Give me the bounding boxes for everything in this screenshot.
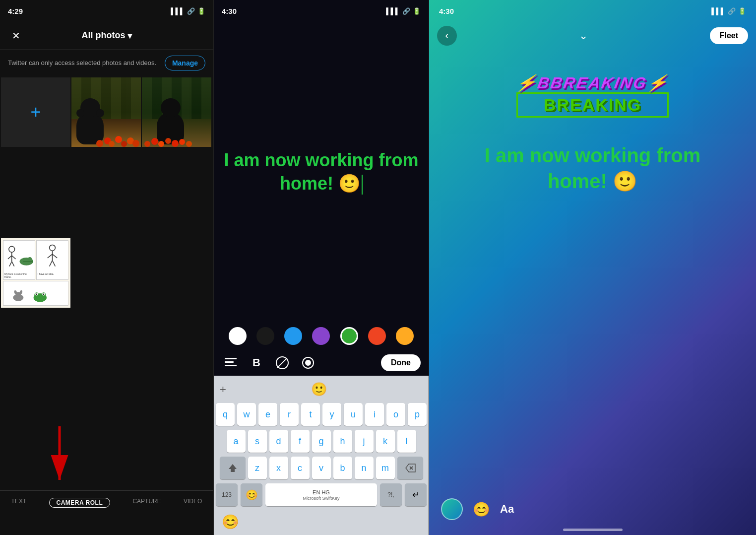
key-t[interactable]: t xyxy=(301,403,320,426)
color-blue[interactable] xyxy=(284,327,302,345)
fleet-button[interactable]: Fleet xyxy=(710,27,748,44)
key-p[interactable]: p xyxy=(408,403,427,426)
key-o[interactable]: o xyxy=(386,403,405,426)
key-e[interactable]: e xyxy=(258,403,277,426)
status-icons-2: ▌▌▌ 🔗 🔋 xyxy=(386,7,421,15)
color-black[interactable] xyxy=(256,327,274,345)
chevron-down-icon[interactable]: ⌄ xyxy=(579,29,588,42)
key-j[interactable]: j xyxy=(355,430,374,453)
key-r[interactable]: r xyxy=(280,403,299,426)
nav-capture[interactable]: CAPTURE xyxy=(132,498,161,505)
svg-line-12 xyxy=(53,254,58,258)
status-icons-1: ▌▌▌ 🔗 🔋 xyxy=(171,7,205,15)
home-indicator xyxy=(563,529,623,531)
svg-line-13 xyxy=(50,261,53,267)
status-bar-2: 4:30 ▌▌▌ 🔗 🔋 xyxy=(214,0,429,22)
key-u[interactable]: u xyxy=(344,403,363,426)
key-f[interactable]: f xyxy=(291,430,310,453)
dropdown-arrow: ▾ xyxy=(127,30,132,41)
color-picker-circle[interactable] xyxy=(441,498,463,520)
align-icon[interactable] xyxy=(222,354,240,372)
svg-marker-35 xyxy=(229,464,237,472)
space-key[interactable]: EN HG Microsoft SwiftKey xyxy=(265,483,377,506)
key-y[interactable]: y xyxy=(322,403,341,426)
kb-plus-icon[interactable]: + xyxy=(220,383,226,396)
kb-emoji-suggestion[interactable]: 🙂 xyxy=(311,382,327,397)
back-button[interactable]: ‹ xyxy=(437,26,457,46)
header-title[interactable]: All photos ▾ xyxy=(82,30,132,41)
nav-camera-roll[interactable]: CAMERA ROLL xyxy=(49,498,111,508)
fleet-preview-text: I am now working from home! 🙂 xyxy=(429,142,756,194)
text-toolbar: B Done xyxy=(214,350,429,376)
circle-icon[interactable] xyxy=(299,354,317,372)
key-v[interactable]: v xyxy=(312,457,331,479)
svg-rect-30 xyxy=(225,365,237,366)
svg-line-3 xyxy=(12,256,16,259)
nav-video[interactable]: VIDEO xyxy=(184,498,202,505)
key-n[interactable]: n xyxy=(355,457,374,479)
key-a[interactable]: a xyxy=(227,430,246,453)
key-m[interactable]: m xyxy=(376,457,395,479)
photo-bear-2[interactable] xyxy=(142,77,211,147)
manage-button[interactable]: Manage xyxy=(165,56,205,70)
return-key[interactable]: ↵ xyxy=(405,483,427,506)
nav-capture-label: CAPTURE xyxy=(132,498,161,505)
key-h[interactable]: h xyxy=(333,430,352,453)
nav-text[interactable]: TEXT xyxy=(11,498,27,505)
sticker-icon[interactable]: 😊 xyxy=(473,501,490,518)
nav-text-label: TEXT xyxy=(11,498,27,505)
key-z[interactable]: z xyxy=(248,457,267,479)
color-white[interactable] xyxy=(229,327,247,345)
text-style-button[interactable]: Aa xyxy=(500,503,514,516)
add-photo-cell[interactable]: + xyxy=(1,77,70,147)
key-i[interactable]: i xyxy=(365,403,384,426)
emoji-key[interactable]: 😊 xyxy=(241,483,262,506)
fleet-canvas[interactable]: I am now working from home! 🙂 xyxy=(214,22,429,322)
close-button[interactable]: ✕ xyxy=(8,28,24,44)
panel-fleet-preview: 4:30 ▌▌▌ 🔗 🔋 ‹ ⌄ Fleet ⚡BBREAKING⚡ BREAK… xyxy=(429,0,756,535)
photo-bear-1[interactable] xyxy=(71,77,141,147)
key-b[interactable]: b xyxy=(333,457,352,479)
red-arrow-indicator xyxy=(45,426,74,488)
keyboard-row-1: q w e r t y u i o p xyxy=(214,401,429,428)
strikethrough-icon[interactable] xyxy=(273,354,291,372)
battery-icon-2: 🔋 xyxy=(413,7,421,15)
breaking-top-text: ⚡BBREAKING⚡ xyxy=(515,73,670,92)
photo-comic[interactable]: My face is out of the frame. xyxy=(1,238,70,308)
key-g[interactable]: g xyxy=(312,430,331,453)
bold-icon[interactable]: B xyxy=(248,354,265,372)
num-key[interactable]: 123 xyxy=(216,483,238,506)
keyboard-row-4: 123 😊 EN HG Microsoft SwiftKey ?!, ↵ xyxy=(214,481,429,508)
key-l[interactable]: l xyxy=(397,430,416,453)
backspace-key[interactable] xyxy=(397,457,423,479)
punctuation-key[interactable]: ?!, xyxy=(380,483,402,506)
keyboard-row-3: z x c v b n m xyxy=(214,455,429,481)
svg-point-34 xyxy=(305,360,311,366)
color-orange[interactable] xyxy=(396,327,414,345)
key-d[interactable]: d xyxy=(269,430,288,453)
breaking-sticker[interactable]: ⚡BBREAKING⚡ BREAKING xyxy=(429,73,756,118)
emoji-bar-face[interactable]: 😊 xyxy=(222,514,239,530)
key-k[interactable]: k xyxy=(376,430,395,453)
key-q[interactable]: q xyxy=(216,403,235,426)
link-icon: 🔗 xyxy=(187,7,195,15)
emoji-bar[interactable]: 😊 xyxy=(214,508,429,535)
key-s[interactable]: s xyxy=(248,430,267,453)
key-x[interactable]: x xyxy=(269,457,288,479)
fleet-preview-line2: home! 🙂 xyxy=(548,170,637,192)
status-icons-3: ▌▌▌ 🔗 🔋 xyxy=(711,7,746,15)
key-c[interactable]: c xyxy=(291,457,310,479)
done-button[interactable]: Done xyxy=(381,354,421,371)
key-w[interactable]: w xyxy=(237,403,256,426)
permission-banner: Twitter can only access selected photos … xyxy=(0,50,213,76)
svg-line-32 xyxy=(277,358,287,368)
link-icon-3: 🔗 xyxy=(728,7,736,15)
status-bar-3: 4:30 ▌▌▌ 🔗 🔋 xyxy=(429,0,756,22)
color-purple[interactable] xyxy=(312,327,330,345)
shift-key[interactable] xyxy=(220,457,246,479)
photo-grid: + xyxy=(0,76,213,490)
color-green[interactable] xyxy=(340,327,358,345)
color-red[interactable] xyxy=(368,327,386,345)
fleet-header: ‹ ⌄ Fleet xyxy=(429,22,756,54)
keyboard[interactable]: + 🙂 q w e r t y u i o p a s d f g h j k … xyxy=(214,376,429,535)
